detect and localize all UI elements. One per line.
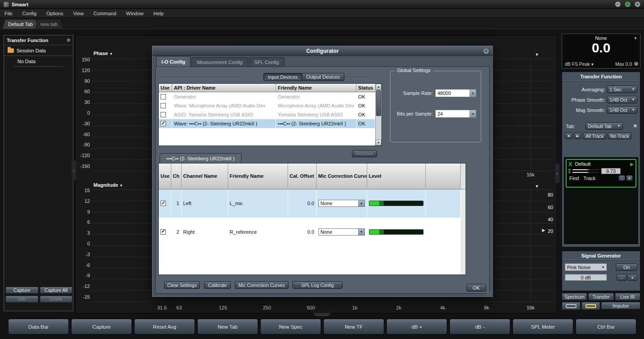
averaging-dropdown[interactable]: 1 Sec▼ [607, 86, 637, 93]
reset-avg-button[interactable]: Reset Avg [134, 319, 195, 335]
scrollbar-thumb[interactable] [376, 90, 381, 116]
use-checkbox[interactable] [161, 94, 166, 99]
minimize-button[interactable]: − [615, 1, 621, 7]
device-row[interactable]: ASIO: Yamaha Steinberg USB ASIO Yamaha S… [159, 110, 375, 119]
new-tab-button[interactable]: New Tab [197, 319, 258, 335]
all-track-button[interactable]: All Track [583, 133, 606, 139]
transfer-mode-button[interactable]: Transfer [588, 293, 614, 300]
menu-options[interactable]: Options [47, 11, 64, 16]
capture-all-button[interactable]: Capture All [40, 287, 73, 294]
tab-new-tab[interactable]: new tab [35, 20, 63, 29]
menu-config[interactable]: Config [22, 11, 37, 16]
channel-row[interactable]: 2 Right R_reference 0.0 None▼ [159, 218, 466, 246]
right-collapse-handle[interactable]: › [555, 163, 559, 183]
meter-unit-dropdown[interactable]: dB FS Peak ▾ [565, 61, 593, 67]
magnitude-graph-label[interactable]: Magnitude ▼ [93, 182, 123, 188]
spl-meter-button[interactable]: SPL Meter [513, 319, 573, 335]
menu-window[interactable]: Window [126, 11, 144, 16]
device-channel-tab[interactable]: •••C•• (2- Steinberg UR22mkII ) [160, 153, 242, 163]
tab-measurement-config[interactable]: Measurement Config [191, 57, 248, 67]
zoom-button[interactable]: + [625, 1, 631, 7]
input-devices-button[interactable]: Input Devices [263, 73, 302, 81]
use-checkbox[interactable] [161, 121, 166, 126]
use-checkbox[interactable] [161, 229, 166, 235]
level-minus-button[interactable]: - [617, 274, 627, 281]
device-row[interactable]: Wave: Microphone Array (AMD Audio Dev Mi… [159, 101, 375, 110]
tab-spl-config[interactable]: SPL Config [249, 57, 284, 67]
no-track-button[interactable]: No Track [608, 133, 631, 139]
menu-file[interactable]: File [4, 11, 13, 16]
mic-correction-curves-button[interactable]: Mic Correction Curves [235, 281, 288, 289]
scroll-up-icon[interactable]: ▲ [376, 84, 381, 90]
tab-select-dropdown[interactable]: Default Tab▼ [585, 122, 623, 130]
delete-button[interactable]: Delete [40, 296, 73, 303]
default-measurement-item[interactable]: X Default ▶ M R 9.73 [566, 159, 636, 188]
capture-button[interactable]: Capture [5, 287, 38, 294]
level-plus-button[interactable]: + [627, 274, 637, 281]
delay-minus-button[interactable]: - [619, 175, 625, 181]
scroll-down-icon[interactable]: ▼ [376, 140, 381, 146]
calibrate-button[interactable]: Calibrate [204, 281, 231, 289]
dialog-titlebar[interactable]: Configurator ✕ [153, 46, 492, 56]
delay-plus-button[interactable]: + [626, 175, 633, 181]
db-minus-button[interactable]: dB - [449, 319, 510, 335]
play-icon[interactable]: ▶ [630, 162, 634, 167]
device-row-selected[interactable]: Wave: •••C•• (2- Steinberg UR22mkII ) ••… [159, 119, 375, 128]
hamburger-menu-icon[interactable]: ≡ [67, 37, 70, 43]
magnitude-graph-menu-icon[interactable]: ▼ [535, 184, 539, 189]
play-button[interactable]: ▶ [574, 133, 581, 139]
ctrl-bar-button[interactable]: Ctrl Bar [576, 319, 636, 335]
info-button[interactable]: Info [5, 296, 38, 303]
data-bar-button[interactable]: Data Bar [8, 319, 69, 335]
meter-reset-dot[interactable] [634, 62, 638, 66]
mic-curve-dropdown[interactable]: None▼ [318, 200, 365, 207]
device-row[interactable]: Generator Generator OK [159, 92, 375, 101]
phase-smooth-dropdown[interactable]: 1/48 Oct▼ [607, 96, 637, 103]
menu-help[interactable]: Help [153, 11, 164, 16]
menu-command[interactable]: Command [93, 11, 116, 16]
mag-smooth-dropdown[interactable]: 1/48 Oct▼ [607, 106, 637, 114]
session-data-folder[interactable]: Session Data [4, 45, 73, 56]
titlebar: Smaart − + × [0, 0, 644, 9]
dialog-close-icon[interactable]: ✕ [483, 48, 489, 54]
tab-io-config[interactable]: I-O Config [156, 56, 191, 67]
close-button[interactable]: × [635, 1, 640, 7]
bits-per-sample-dropdown[interactable]: 24▼ [435, 110, 476, 118]
mic-curve-dropdown[interactable]: None▼ [318, 228, 365, 236]
capture-button-bottom[interactable]: Capture [71, 319, 132, 335]
use-checkbox[interactable] [161, 201, 166, 206]
channel-row[interactable]: 1 Left L_mic 0.0 None▼ [159, 189, 466, 218]
phase-graph-label[interactable]: Phase ▼ [93, 51, 113, 56]
layout-one-button[interactable] [562, 302, 580, 310]
generator-type-dropdown[interactable]: Pink Noise▼ [565, 263, 607, 271]
db-plus-button[interactable]: dB + [386, 319, 447, 335]
impulse-button[interactable]: Impulse [601, 302, 640, 309]
output-devices-button[interactable]: Output Devices [302, 73, 344, 81]
spectrum-mode-button[interactable]: Spectrum [562, 293, 587, 300]
threshold-arrow-icon[interactable]: ▶ [542, 228, 545, 232]
track-button[interactable]: Track [583, 176, 595, 181]
generator-on-button[interactable]: On [616, 263, 637, 271]
clear-settings-button[interactable]: Clear Settings [164, 281, 200, 289]
use-checkbox[interactable] [161, 103, 166, 108]
menu-view[interactable]: View [73, 11, 84, 16]
spl-log-config-button[interactable]: SPL Log Config [292, 281, 343, 289]
bottom-bar-handle[interactable] [313, 313, 331, 316]
phase-graph-menu-icon[interactable]: ▼ [535, 52, 539, 57]
left-collapse-handle[interactable]: ‹ [72, 161, 76, 180]
new-spec-button[interactable]: New Spec [260, 319, 321, 335]
no-data-item[interactable]: No Data [14, 56, 63, 67]
find-button[interactable]: Find [569, 176, 579, 181]
new-tf-button[interactable]: New TF [323, 319, 384, 335]
sample-rate-dropdown[interactable]: 48000▼ [435, 89, 476, 97]
stop-button[interactable]: ■ [565, 133, 572, 139]
use-checkbox[interactable] [161, 112, 166, 117]
layout-two-button[interactable] [581, 302, 600, 310]
live-ir-mode-button[interactable]: Live IR [615, 293, 640, 300]
tab-settings-icon[interactable]: ✕ [633, 123, 637, 129]
x-mark-icon[interactable]: X [568, 161, 572, 167]
device-table-scrollbar[interactable]: ▲ ▼ [375, 84, 381, 146]
ok-button[interactable]: OK [466, 284, 486, 292]
tab-default-tab[interactable]: Default Tab [3, 20, 38, 29]
remove-button[interactable]: Remove [352, 150, 377, 157]
